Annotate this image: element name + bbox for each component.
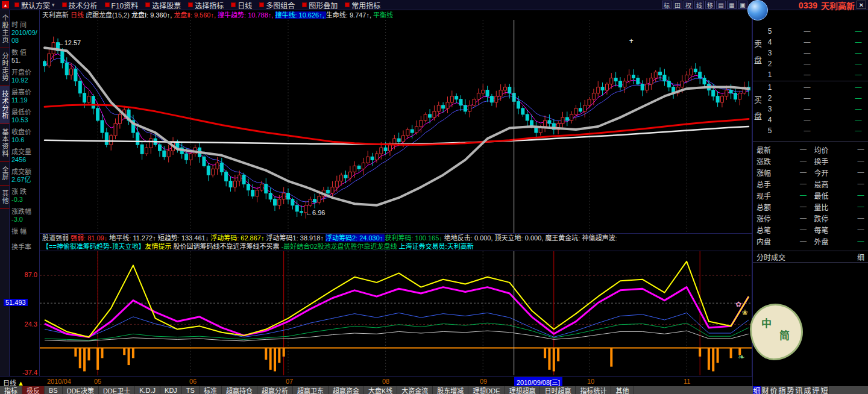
indicator-tab-大盘K线[interactable]: 大盘K线 [364, 386, 397, 394]
view-tab-讯[interactable]: 讯 [795, 386, 804, 394]
menu-item-选择指标[interactable]: 选择指标 [184, 0, 227, 10]
dzh-logo-icon[interactable] [747, 0, 768, 20]
menu-item-技术分析[interactable]: 技术分析 [58, 0, 101, 10]
info-label: 跌停 [814, 213, 837, 224]
view-tab-财[interactable]: 财 [761, 386, 770, 394]
view-tab-指[interactable]: 指 [778, 386, 787, 394]
menu-item-图形叠加[interactable]: 图形叠加 [298, 0, 341, 10]
indicator-tab-其他[interactable]: 其他 [611, 386, 634, 394]
tool-button-移[interactable]: 移 [705, 1, 715, 9]
readout-segment: 虎踞龙盘(15,2) [86, 11, 131, 19]
axis-date-label: 05 [94, 378, 101, 385]
indicator-tab-标准[interactable]: 标准 [200, 386, 222, 394]
indicator-tab-股东增减[interactable]: 股东增减 [433, 386, 468, 394]
indicator-tab-DDE卫士[interactable]: DDE卫士 [99, 386, 135, 394]
menu-item-label: 选择股票 [152, 0, 181, 10]
view-tab-成[interactable]: 成 [804, 386, 812, 394]
sell-row-1: 1一一 [763, 69, 868, 80]
readout-segment: 股价回调筹码线不靠近浮筹线不买票 [174, 243, 281, 250]
info-value: 一 [779, 145, 814, 155]
field-value: 2010/09/08 [11, 29, 39, 45]
buy-row-3: 3一一 [763, 104, 868, 114]
window-tool-icon[interactable]: ▤ [716, 1, 726, 9]
sidebar-tab-全屏[interactable]: 全屏 [0, 162, 10, 186]
sub-indicator-chart[interactable] [40, 251, 752, 375]
stamp-body: 中 简 [750, 304, 803, 360]
menu-item-F10资料[interactable]: F10资料 [101, 0, 142, 10]
toolbar: 标田权线移▤▦▣ [662, 1, 747, 10]
sell-order-rows: 5一一4一一3一一2一一1一一 [763, 26, 868, 80]
field-label: 最高价 [11, 89, 39, 96]
info-label: 现手 [756, 190, 779, 201]
indicator-tab-极反[interactable]: 极反 [22, 386, 45, 394]
info-label: 总手 [756, 179, 779, 189]
view-tab-评[interactable]: 评 [812, 386, 820, 394]
sell-row-3: 3一一 [763, 48, 868, 58]
menu-red-icon [231, 2, 236, 7]
menu-item-group: 技术分析F10资料选择股票选择指标日线多图组合图形叠加常用指标 [58, 0, 385, 10]
indicator-tab-指标[interactable]: 指标 [0, 386, 22, 394]
indicator-tab-K.D.J[interactable]: K.D.J [135, 386, 160, 394]
tool-button-标[interactable]: 标 [662, 1, 671, 9]
svg-text:←12.57: ←12.57 [58, 39, 81, 46]
sell-side-label: 卖盘 [753, 26, 763, 80]
info-row: 现手一最低一 [753, 190, 868, 201]
sidebar-tab-技术分析[interactable]: 技术分析 [0, 86, 10, 124]
info-label: 最低 [814, 190, 837, 201]
indicator-tab-理想超赢[interactable]: 理想超赢 [505, 386, 540, 394]
level-volume: 一 [838, 83, 868, 93]
indicator-tab-DDE决策[interactable]: DDE决策 [63, 386, 99, 394]
menu-item-日线[interactable]: 日线 [227, 0, 256, 10]
sidebar-tab-个股主页[interactable]: 个股主页 [0, 10, 10, 48]
tool-button-权[interactable]: 权 [684, 1, 693, 9]
menu-item-多图组合[interactable]: 多图组合 [256, 0, 298, 10]
indicator-tab-超赢分析[interactable]: 超赢分析 [257, 386, 293, 394]
view-tab-价[interactable]: 价 [770, 386, 778, 394]
indicator-tab-超赢卫东[interactable]: 超赢卫东 [293, 386, 329, 394]
level-volume: 一 [838, 27, 868, 37]
info-row: 总额一量比一 [753, 201, 868, 213]
indicator-tab-指标统计[interactable]: 指标统计 [576, 386, 611, 394]
app-icon[interactable]: ▴ [2, 1, 9, 8]
tick-detail-link[interactable]: 细 [857, 252, 864, 262]
indicator-tab-BS[interactable]: BS [45, 386, 63, 394]
indicator-tab-bar: 指标极反BSDDE决策DDE卫士K.D.JKDJTS标准超赢持仓超赢分析超赢卫东… [0, 386, 868, 394]
readout-segment: 股道强弱 [42, 234, 71, 242]
view-tab-短[interactable]: 短 [820, 386, 829, 394]
tool-button-线[interactable]: 线 [694, 1, 704, 9]
menu-red-icon [345, 2, 350, 7]
readout-segment: 浮动筹码1: 38.918↑ [266, 234, 326, 242]
sidebar-tab-基本资料[interactable]: 基本资料 [0, 124, 10, 162]
buy-row-5: 5一一 [763, 125, 868, 136]
indicator-tab-理想DDE[interactable]: 理想DDE [468, 386, 505, 394]
view-tab-势[interactable]: 势 [787, 386, 795, 394]
indicator-tab-KDJ[interactable]: KDJ [160, 386, 182, 394]
sidebar-tab-分时走势[interactable]: 分时走势 [0, 48, 10, 86]
menu-default-scheme[interactable]: 默认方案 ▾ [11, 0, 58, 10]
tool-button-田[interactable]: 田 [673, 1, 682, 9]
readout-segment: 友情提示 [145, 243, 174, 250]
sidebar-tab-其他[interactable]: 其他 [0, 186, 10, 209]
menu-item-label: 多图组合 [266, 0, 295, 10]
indicator-tab-超赢持仓[interactable]: 超赢持仓 [222, 386, 257, 394]
window-tool-icon[interactable]: ▦ [727, 1, 737, 9]
scheme-label: 默认方案 [21, 0, 50, 10]
level-volume: 一 [838, 104, 868, 114]
view-tab-细[interactable]: 细 [753, 386, 761, 394]
window-tool-icon[interactable]: ▣ [738, 1, 747, 9]
indicator-tab-超赢资金[interactable]: 超赢资金 [329, 386, 364, 394]
close-button[interactable]: ✕ [857, 1, 866, 9]
window-title: 0339 天利高新 [799, 0, 855, 10]
indicator-tab-大资金流[interactable]: 大资金流 [397, 386, 433, 394]
menu-red-icon [188, 2, 193, 7]
field-value: 11.19 [11, 96, 39, 104]
level-number: 2 [763, 94, 776, 102]
indicator-tab-日时超赢[interactable]: 日时超赢 [540, 386, 576, 394]
flower-icon: ✿ [735, 300, 741, 308]
indicator-tab-TS[interactable]: TS [182, 386, 200, 394]
chart-area[interactable]: 天利高新 日线 虎踞龙盘(15,2) 龙盘Ⅰ: 9.360↑, 龙盘Ⅱ: 9.5… [40, 10, 752, 376]
menu-item-常用指标[interactable]: 常用指标 [341, 0, 384, 10]
field-label: 振 幅 [11, 228, 39, 236]
candlestick-chart[interactable]: ←12.57←6.96+ [40, 20, 752, 233]
menu-item-选择股票[interactable]: 选择股票 [142, 0, 184, 10]
